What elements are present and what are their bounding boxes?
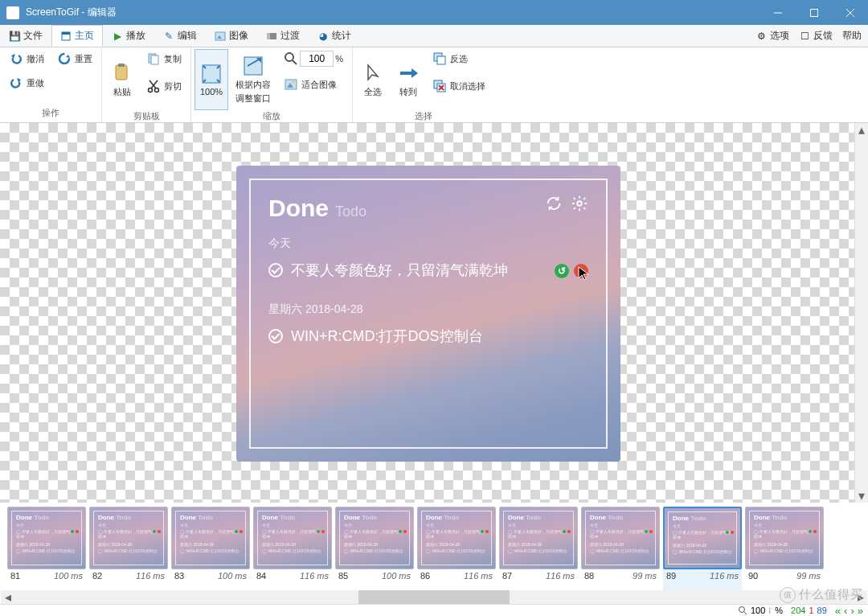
preview-frame: DoneTodo 今天 不要人夸颜色好，只留清气满乾坤 ↺ − 星期六 2018… [236, 166, 620, 462]
feedback-link[interactable]: ☐反馈 [799, 29, 833, 43]
svg-rect-33 [437, 56, 445, 64]
arrow-right-icon [397, 62, 420, 84]
thumbnail-87[interactable]: Done Todo 今天 ◯ 不要人夸颜色好，只留清气满乾坤 星期六 2018-… [499, 507, 578, 590]
tab-play[interactable]: ▶播放 [103, 25, 154, 47]
thumbnail-81[interactable]: Done Todo 今天 ◯ 不要人夸颜色好，只留清气满乾坤 星期六 2018-… [7, 507, 86, 590]
titlebar: ScreenToGif - 编辑器 [0, 0, 868, 25]
cut-button[interactable]: 剪切 [141, 76, 187, 96]
thumbnail-89[interactable]: Done Todo 今天 ◯ 不要人夸颜色好，只留清气满乾坤 星期六 2018-… [663, 507, 742, 590]
home-icon [60, 31, 72, 42]
canvas-area[interactable]: DoneTodo 今天 不要人夸颜色好，只留清气满乾坤 ↺ − 星期六 2018… [0, 123, 868, 503]
close-button[interactable] [832, 0, 868, 25]
fit-image-button[interactable]: 适合图像 [278, 75, 349, 94]
thumbnail-index: 85 [338, 571, 348, 581]
magnify-icon [284, 51, 298, 66]
svg-rect-6 [215, 32, 225, 40]
preview-section1: 今天 [268, 236, 588, 251]
thumbnail-83[interactable]: Done Todo 今天 ◯ 不要人夸颜色好，只留清气满乾坤 星期六 2018-… [171, 507, 250, 590]
maximize-button[interactable] [796, 0, 832, 25]
svg-rect-17 [151, 55, 158, 64]
goto-button[interactable]: 转到 [391, 49, 425, 110]
thumbnail-88[interactable]: Done Todo 今天 ◯ 不要人夸颜色好，只留清气满乾坤 星期六 2018-… [581, 507, 660, 590]
thumbnail-index: 88 [584, 571, 594, 581]
svg-line-26 [293, 60, 297, 64]
thumbnail-index: 83 [174, 571, 184, 581]
thumbnail-86[interactable]: Done Todo 今天 ◯ 不要人夸颜色好，只留清气满乾坤 星期六 2018-… [417, 507, 496, 590]
thumbnail-index: 87 [502, 571, 512, 581]
options-link[interactable]: ⚙选项 [755, 29, 789, 43]
svg-line-40 [744, 612, 747, 614]
thumbnail-image: Done Todo 今天 ◯ 不要人夸颜色好，只留清气满乾坤 星期六 2018-… [499, 507, 578, 569]
nav-prev-button[interactable]: ‹ [844, 605, 847, 617]
minimize-button[interactable] [760, 0, 796, 25]
status-nav: « ‹ › » [835, 605, 863, 617]
redo-button[interactable]: 重做 [3, 73, 50, 92]
cut-icon [146, 79, 161, 93]
save-icon: 💾 [9, 31, 20, 42]
thumbnail-82[interactable]: Done Todo 今天 ◯ 不要人夸颜色好，只留清气满乾坤 星期六 2018-… [89, 507, 168, 590]
thumbnail-index: 90 [748, 571, 758, 581]
paste-button[interactable]: 粘贴 [105, 49, 139, 110]
ribbon-group-label: 选择 [356, 110, 491, 124]
scroll-down-button[interactable]: ▾ [855, 489, 868, 503]
tab-stats[interactable]: ◕统计 [309, 25, 360, 47]
watermark: 值什么值得买 [780, 587, 863, 603]
vertical-scrollbar[interactable]: ▴ ▾ [854, 123, 868, 503]
ribbon-group-selection: 全选 转到 反选 取消选择 选择 [353, 47, 494, 122]
tab-file[interactable]: 💾文件 [0, 25, 51, 47]
thumbnail-duration: 116 ms [546, 571, 575, 581]
invert-selection-button[interactable]: 反选 [427, 49, 491, 68]
thumbnail-duration: 116 ms [300, 571, 329, 581]
thumbnail-image: Done Todo 今天 ◯ 不要人夸颜色好，只留清气满乾坤 星期六 2018-… [89, 507, 168, 569]
restore-icon: ↺ [555, 264, 569, 278]
deselect-button[interactable]: 取消选择 [427, 76, 491, 96]
scroll-up-button[interactable]: ▴ [855, 123, 868, 137]
tab-transition[interactable]: 过渡 [257, 25, 309, 47]
nav-next-button[interactable]: › [850, 605, 854, 617]
thumbnail-duration: 100 ms [218, 571, 247, 581]
tab-home[interactable]: 主页 [51, 25, 103, 47]
select-all-button[interactable]: 全选 [356, 49, 390, 110]
svg-point-25 [285, 53, 293, 61]
nav-first-button[interactable]: « [835, 605, 841, 617]
ribbon-group-zoom: 100% 根据内容调整窗口 % 适合图像 缩放 [191, 47, 353, 122]
thumbnail-duration: 99 ms [796, 571, 821, 581]
svg-point-29 [293, 81, 295, 84]
fit-content-button[interactable]: 根据内容调整窗口 [230, 49, 276, 110]
svg-rect-15 [118, 64, 125, 67]
help-link[interactable]: 帮助 [842, 29, 862, 43]
thumbnail-90[interactable]: Done Todo 今天 ◯ 不要人夸颜色好，只留清气满乾坤 星期六 2018-… [745, 507, 824, 590]
stats-icon: ◕ [317, 31, 329, 42]
refresh-icon [545, 195, 563, 212]
image-icon [215, 31, 226, 42]
preview-item2: WIN+R:CMD:打开DOS控制台 [268, 326, 588, 346]
thumbnail-duration: 99 ms [633, 571, 657, 581]
scrollbar-handle[interactable] [358, 590, 510, 604]
thumbnail-duration: 116 ms [136, 571, 165, 581]
scroll-left-button[interactable]: ◂ [1, 590, 14, 604]
thumbnail-85[interactable]: Done Todo 今天 ◯ 不要人夸颜色好，只留清气满乾坤 星期六 2018-… [335, 507, 414, 590]
zoom-100-button[interactable]: 100% [194, 49, 228, 110]
nav-last-button[interactable]: » [858, 605, 863, 617]
fit-icon [200, 63, 223, 85]
tab-image[interactable]: 图像 [206, 25, 257, 47]
ribbon-group-label: 操作 [3, 107, 98, 121]
tab-edit[interactable]: ✎编辑 [154, 25, 206, 47]
preview-title: Done [268, 195, 329, 222]
ribbon-group-actions: 撤消 重做 重置 操作 [0, 47, 102, 122]
zoom-input[interactable] [300, 51, 334, 67]
redo-icon [9, 76, 23, 90]
thumbnail-image: Done Todo 今天 ◯ 不要人夸颜色好，只留清气满乾坤 星期六 2018-… [335, 507, 414, 569]
thumbnail-84[interactable]: Done Todo 今天 ◯ 不要人夸颜色好，只留清气满乾坤 星期六 2018-… [253, 507, 332, 590]
reset-button[interactable]: 重置 [51, 49, 98, 68]
timeline[interactable]: Done Todo 今天 ◯ 不要人夸颜色好，只留清气满乾坤 星期六 2018-… [1, 503, 867, 590]
play-icon: ▶ [112, 31, 123, 42]
preview-section2: 星期六 2018-04-28 [268, 302, 588, 317]
ribbon-group-label: 缩放 [194, 110, 349, 124]
copy-button[interactable]: 复制 [141, 49, 187, 68]
image-icon [284, 77, 298, 92]
deselect-icon [432, 79, 447, 93]
undo-button[interactable]: 撤消 [3, 49, 50, 68]
horizontal-scrollbar[interactable]: ◂ ▸ [1, 590, 867, 604]
gear-icon [571, 195, 588, 212]
